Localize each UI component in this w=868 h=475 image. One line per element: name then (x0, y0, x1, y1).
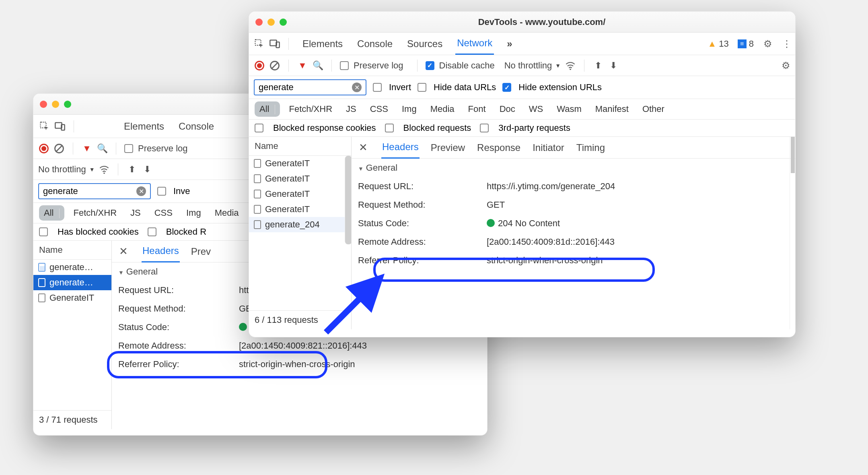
disable-cache-checkbox[interactable] (426, 61, 434, 70)
request-row[interactable]: generate… (33, 275, 111, 290)
request-row[interactable]: GenerateIT (249, 156, 351, 171)
filter-input[interactable]: generate ✕ (254, 79, 366, 95)
chip-js[interactable]: JS (125, 205, 146, 221)
filter-input[interactable]: generate ✕ (38, 183, 151, 199)
column-name[interactable]: Name (33, 241, 111, 260)
request-row[interactable]: GenerateIT (249, 186, 351, 202)
chip-all[interactable]: All (255, 101, 280, 117)
invert-checkbox[interactable] (157, 187, 166, 196)
network-conditions-icon[interactable] (565, 60, 576, 71)
search-icon[interactable]: 🔍 (312, 60, 323, 71)
issues-badge[interactable]: ▲ 13 (708, 39, 728, 49)
scrollbar[interactable] (345, 156, 351, 244)
blocked-requests-checkbox[interactable] (385, 124, 394, 132)
chip-wasm[interactable]: Wasm (552, 101, 586, 117)
close-detail-icon[interactable]: ✕ (358, 136, 368, 159)
clear-filter-icon[interactable]: ✕ (136, 186, 146, 196)
chip-fetch[interactable]: Fetch/XHR (284, 101, 337, 117)
window-traffic-lights (40, 101, 71, 108)
request-type-icon (254, 159, 261, 168)
request-row[interactable]: generate_204 (249, 217, 351, 232)
request-row[interactable]: generate… (33, 260, 111, 275)
tab-sources[interactable]: Sources (405, 33, 444, 54)
third-party-checkbox[interactable] (480, 124, 489, 132)
preserve-log-checkbox[interactable] (124, 144, 133, 153)
dtab-initiator[interactable]: Initiator (532, 137, 565, 158)
dtab-preview[interactable]: Preview (430, 137, 466, 158)
chip-font[interactable]: Font (463, 101, 491, 117)
dtab-headers[interactable]: Headers (142, 240, 180, 262)
import-har-icon[interactable]: ⬆︎ (592, 60, 604, 71)
minimize-window-icon[interactable] (267, 19, 275, 26)
messages-badge[interactable]: ≡ 8 (738, 39, 754, 49)
tab-elements[interactable]: Elements (301, 33, 344, 54)
blocked-cookies-checkbox[interactable] (255, 124, 263, 132)
column-name[interactable]: Name (249, 137, 351, 156)
device-toolbar-icon[interactable] (269, 38, 280, 50)
hide-extension-urls-checkbox[interactable] (502, 83, 511, 92)
filter-icon[interactable]: ▼ (81, 143, 93, 154)
general-section[interactable]: General (352, 159, 795, 177)
clear-icon[interactable] (53, 143, 65, 154)
inspect-icon[interactable] (254, 38, 265, 50)
record-icon[interactable] (38, 143, 49, 154)
close-detail-icon[interactable]: ✕ (118, 240, 129, 262)
maximize-window-icon[interactable] (64, 101, 71, 108)
filter-icon[interactable]: ▼ (297, 60, 308, 71)
chip-other[interactable]: Other (638, 101, 669, 117)
close-window-icon[interactable] (40, 101, 47, 108)
chip-img[interactable]: Img (397, 101, 422, 117)
request-row[interactable]: GenerateIT (249, 171, 351, 186)
scrollbar[interactable] (790, 137, 795, 329)
dtab-response[interactable]: Response (476, 137, 521, 158)
chip-css[interactable]: CSS (150, 205, 177, 221)
close-window-icon[interactable] (255, 19, 263, 26)
import-har-icon[interactable]: ⬆︎ (126, 164, 138, 175)
chip-media[interactable]: Media (210, 205, 244, 221)
throttling-select[interactable]: No throttling ▼ (504, 60, 561, 71)
chip-css[interactable]: CSS (365, 101, 393, 117)
throttling-select[interactable]: No throttling ▼ (38, 164, 95, 175)
chip-fetch[interactable]: Fetch/XHR (68, 205, 121, 221)
hide-data-urls-checkbox[interactable] (418, 83, 426, 92)
network-conditions-icon[interactable] (99, 164, 110, 175)
titlebar[interactable]: DevTools - www.youtube.com/ (249, 12, 795, 33)
export-har-icon[interactable]: ⬇︎ (142, 164, 153, 175)
search-icon[interactable]: 🔍 (97, 143, 108, 154)
blocked-requests-checkbox[interactable] (148, 227, 156, 236)
chip-doc[interactable]: Doc (495, 101, 520, 117)
dtab-headers[interactable]: Headers (381, 136, 420, 159)
more-tabs-icon[interactable]: » (505, 33, 514, 54)
device-toolbar-icon[interactable] (54, 121, 66, 132)
tab-console[interactable]: Console (356, 33, 394, 54)
tab-elements[interactable]: Elements (122, 116, 166, 137)
clear-filter-icon[interactable]: ✕ (352, 83, 362, 92)
chip-ws[interactable]: WS (524, 101, 548, 117)
tab-network[interactable]: Network (455, 33, 494, 55)
chip-all[interactable]: All (39, 205, 64, 221)
inspect-icon[interactable] (39, 121, 50, 132)
request-type-filter: All Fetch/XHR JS CSS Img Media Font Doc … (249, 99, 795, 120)
minimize-window-icon[interactable] (52, 101, 59, 108)
settings-icon[interactable]: ⚙ (763, 38, 772, 50)
request-count: 3 / 71 requests (33, 410, 111, 429)
chip-media[interactable]: Media (426, 101, 459, 117)
maximize-window-icon[interactable] (280, 19, 287, 26)
request-row[interactable]: GenerateIT (33, 290, 111, 306)
network-settings-icon[interactable]: ⚙ (782, 60, 790, 71)
dtab-timing[interactable]: Timing (576, 137, 606, 158)
chip-manifest[interactable]: Manifest (590, 101, 634, 117)
request-row[interactable]: GenerateIT (249, 202, 351, 217)
record-icon[interactable] (254, 60, 265, 71)
clear-icon[interactable] (269, 60, 280, 71)
tab-console[interactable]: Console (177, 116, 216, 137)
extra-filters: Blocked response cookies Blocked request… (249, 120, 795, 137)
chip-img[interactable]: Img (181, 205, 206, 221)
more-menu-icon[interactable]: ⋮ (782, 38, 790, 50)
export-har-icon[interactable]: ⬇︎ (608, 60, 619, 71)
invert-checkbox[interactable] (373, 83, 382, 92)
dtab-preview[interactable]: Prev (190, 241, 212, 262)
preserve-log-checkbox[interactable] (340, 61, 349, 70)
has-blocked-cookies-checkbox[interactable] (39, 227, 48, 236)
chip-js[interactable]: JS (341, 101, 361, 117)
